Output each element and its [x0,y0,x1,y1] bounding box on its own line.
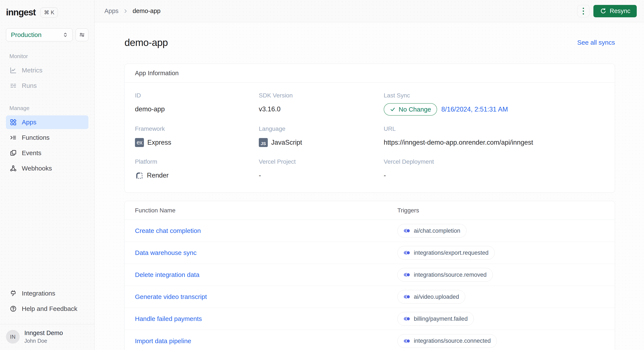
function-name-link[interactable]: Create chat completion [135,227,398,234]
trigger-badge: ai/video.uploaded [398,290,465,304]
resync-icon [600,8,607,15]
right-column: Apps demo-app [94,0,644,350]
sidebar-item-label: Webhooks [22,165,52,172]
sidebar-spacer [0,176,94,286]
line-chart-icon [10,67,17,74]
trigger-badge: billing/payment.failed [398,312,474,326]
column-function-name: Function Name [135,207,398,214]
chevron-up-down-icon [62,32,68,38]
function-name-link[interactable]: Import data pipeline [135,337,398,345]
apps-grid-icon [10,118,17,126]
sidebar-item-webhooks[interactable]: Webhooks [6,162,88,175]
app-information-card-title: App Information [125,64,615,83]
field-language: Language JS JavaScript [259,125,384,149]
column-triggers: Triggers [398,207,604,214]
sidebar-item-events[interactable]: Events [6,146,88,160]
function-name-link[interactable]: Delete integration data [135,271,398,278]
field-sdk-value: v3.16.0 [259,103,384,115]
sidebar-item-label: Functions [22,134,50,141]
field-framework: Framework ex Express [135,125,259,149]
question-circle-icon [10,305,17,313]
function-name-link[interactable]: Generate video transcript [135,293,398,300]
trigger-badge: integrations/export.requested [398,246,495,260]
environment-selector[interactable]: Production [6,28,72,42]
field-vercel-deployment: Vercel Deployment - [384,158,604,181]
resync-button[interactable]: Resync [594,5,637,17]
field-language-value: JavaScript [271,139,302,146]
trigger-name: billing/payment.failed [414,315,468,322]
chevron-right-icon [123,8,128,14]
field-framework-label: Framework [135,125,259,132]
field-platform-label: Platform [135,158,259,165]
javascript-badge-icon: JS [259,138,268,147]
field-vercel-project: Vercel Project - [259,158,384,181]
sidebar-nav: Monitor Metrics Runs [0,42,94,176]
field-sdk-label: SDK Version [259,92,384,99]
breadcrumb-apps[interactable]: Apps [104,8,118,15]
functions-icon [10,134,17,141]
functions-table-body: Create chat completion ai/chat.completio… [125,220,615,350]
trigger-badge: ai/chat.completion [398,224,466,238]
trigger-name: ai/video.uploaded [414,294,459,300]
table-row: Generate video transcript ai/video.uploa… [125,286,615,308]
trigger-name: integrations/source.removed [414,272,487,278]
field-vercel-project-label: Vercel Project [259,158,384,165]
kebab-menu-icon [583,8,584,15]
app-information-card: App Information ID demo-app SDK Version … [124,64,615,193]
trigger-name: ai/chat.completion [414,228,460,234]
sidebar-item-label: Metrics [22,67,42,74]
last-sync-timestamp[interactable]: 8/16/2024, 2:51:31 AM [441,106,508,113]
field-id-value: demo-app [135,103,259,115]
field-framework-value: Express [147,139,171,146]
see-all-syncs-link[interactable]: See all syncs [577,39,615,46]
field-platform-value: Render [147,172,169,179]
user-name: John Doe [24,338,63,344]
field-sdk-version: SDK Version v3.16.0 [259,92,384,116]
table-row: Delete integration data integrations/sou… [125,264,615,286]
field-id: ID demo-app [135,92,259,116]
environment-settings-button[interactable] [76,29,88,41]
sliders-icon [79,32,85,38]
sidebar-item-integrations[interactable]: Integrations [6,286,88,300]
check-icon [390,106,396,112]
user-account-button[interactable]: IN Inngest Demo John Doe [0,324,94,350]
event-trigger-icon [404,338,410,344]
sidebar-item-help[interactable]: Help and Feedback [6,302,88,315]
sidebar-item-label: Help and Feedback [22,305,77,312]
field-url: URL https://inngest-demo-app.onrender.co… [384,125,604,149]
sidebar-item-functions[interactable]: Functions [6,131,88,144]
sidebar-item-runs[interactable]: Runs [6,79,88,93]
sidebar-footer-nav: Integrations Help and Feedback [0,286,94,318]
table-row: Import data pipeline integrations/source… [125,330,615,350]
sidebar: inngest ⌘ K Production [0,0,94,350]
sidebar-item-metrics[interactable]: Metrics [6,64,88,77]
function-name-link[interactable]: Handle failed payments [135,315,398,322]
field-vercel-deployment-label: Vercel Deployment [384,158,604,165]
breadcrumb-current: demo-app [132,8,160,15]
top-bar: Apps demo-app [94,0,644,22]
functions-table-header: Function Name Triggers [125,201,615,220]
table-row: Handle failed payments billing/payment.f… [125,308,615,330]
page-title: demo-app [124,37,168,48]
field-url-value: https://inngest-demo-app.onrender.com/ap… [384,137,604,149]
table-row: Create chat completion ai/chat.completio… [125,220,615,242]
sidebar-item-label: Integrations [22,290,55,297]
avatar-initials: IN [10,334,16,340]
environment-label: Production [11,31,42,39]
app-actions-menu-button[interactable] [577,5,590,17]
event-trigger-icon [404,272,410,278]
field-vercel-deployment-value: - [384,169,604,181]
functions-table-card: Function Name Triggers Create chat compl… [124,201,615,350]
command-k-shortcut[interactable]: ⌘ K [40,8,58,18]
field-url-label: URL [384,125,604,132]
event-trigger-icon [404,294,410,300]
sidebar-item-apps[interactable]: Apps [6,115,88,129]
avatar: IN [6,330,20,343]
nav-section-manage: Manage [10,105,88,112]
inngest-logo[interactable]: inngest [6,7,36,18]
main-content: demo-app See all syncs App Information I… [94,22,644,350]
command-k-label: ⌘ K [44,10,54,16]
nav-section-monitor: Monitor [10,53,88,60]
function-name-link[interactable]: Data warehouse sync [135,249,398,256]
render-platform-icon [135,171,144,180]
